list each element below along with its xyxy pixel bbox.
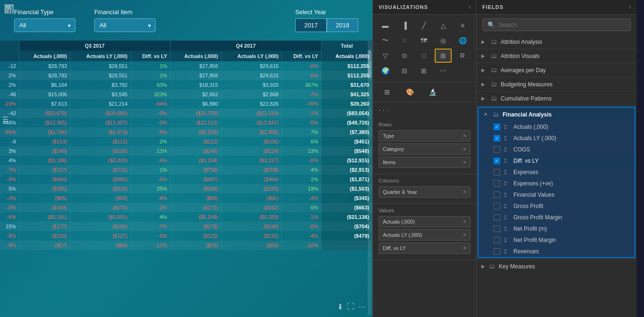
viz-line2-icon[interactable]: 〜	[377, 33, 394, 48]
scroll-thumb[interactable]	[368, 50, 372, 78]
field-checkbox-actuals-ly[interactable]	[494, 135, 500, 142]
field-item-net-profit-m[interactable]: Σ Net Profit (m)	[479, 223, 635, 234]
fields-panel-arrow[interactable]: ›	[629, 4, 631, 10]
viz-field-type: Type ×	[379, 130, 471, 142]
viz-bar-chart-icon[interactable]: ▬	[377, 18, 394, 33]
field-checkbox-expenses[interactable]	[494, 169, 500, 175]
scrollbar[interactable]	[368, 41, 372, 315]
field-item-cogs[interactable]: Σ COGS	[479, 144, 635, 155]
field-checkbox-revenues[interactable]	[494, 248, 500, 255]
viz-multi-row-icon[interactable]: ≡	[454, 18, 471, 33]
viz-r-icon[interactable]: R	[454, 49, 471, 63]
field-item-actuals-ly[interactable]: Σ Actuals LY (,000)	[479, 133, 635, 144]
viz-funnel-icon[interactable]: ▽	[377, 49, 394, 63]
field-group-financial-analysis-header[interactable]: ▼ 🗂 Financial Analysis	[479, 108, 635, 121]
viz-fields-tab[interactable]: ⊞	[377, 85, 397, 99]
cell-left-diff: -3%	[0, 193, 19, 203]
field-item-net-profit-margin[interactable]: Σ Net Profit Margin	[479, 234, 635, 246]
field-checkbox-diff-vs-ly[interactable]	[494, 158, 500, 164]
cell-left-diff: -46	[0, 90, 19, 99]
viz-area-chart-icon[interactable]: △	[435, 18, 452, 33]
field-checkbox-gross-profit-margin[interactable]	[494, 214, 500, 221]
viz-map-icon[interactable]: 🗺	[415, 33, 432, 48]
field-name-revenues: Revenues	[513, 248, 630, 255]
financial-item-select[interactable]: All COGS Revenues Net Profit	[94, 18, 156, 32]
viz-line-chart-icon[interactable]: ╱	[415, 18, 432, 33]
table-cell: ($20,705)	[170, 108, 221, 118]
table-cell: ($126)	[70, 146, 131, 156]
chart-icon: 📊	[4, 4, 14, 14]
field-checkbox-net-profit-m[interactable]	[494, 225, 500, 232]
field-sigma-revenues: Σ	[504, 249, 510, 254]
field-checkbox-financial-values[interactable]	[494, 192, 500, 198]
viz-tab-row: ⊞ 🎨 🔬	[373, 82, 476, 102]
field-item-revenues[interactable]: Σ Revenues	[479, 246, 635, 257]
field-item-financial-values[interactable]: Σ Financial Values	[479, 189, 635, 200]
field-group-financial-analysis: ▼ 🗂 Financial Analysis Σ Actuals (,000) …	[478, 107, 636, 258]
viz-donut-icon[interactable]: ◎	[435, 33, 452, 48]
table-cell: ($1,871)	[321, 175, 372, 184]
table-cell: -0%	[281, 118, 321, 127]
viz-field-type-text: Type	[383, 133, 394, 139]
fields-search-input[interactable]	[499, 22, 626, 28]
table-cell: $3,545	[70, 90, 131, 99]
viz-field-quarter: Quarter & Year ×	[379, 186, 471, 198]
viz-slicer-icon[interactable]: ⊟	[396, 64, 413, 78]
viz-column-chart-icon[interactable]: ▐	[396, 18, 413, 33]
field-checkbox-net-profit-margin[interactable]	[494, 237, 500, 243]
viz-more-icon[interactable]: ⋯	[435, 64, 452, 78]
table-cell: $18,315	[170, 80, 221, 90]
field-checkbox-actuals[interactable]	[494, 124, 500, 130]
viz-globe2-icon[interactable]: 🌍	[377, 64, 394, 78]
field-group-cumulative-header[interactable]: ▶ 🗂 Cumulative Patterns	[477, 92, 636, 105]
key-measures-row[interactable]: ▶ 🗂 Key Measures	[477, 259, 636, 273]
viz-field-items-remove[interactable]: ×	[463, 159, 466, 166]
viz-analytics-tab[interactable]: 🔬	[422, 85, 443, 99]
field-group-averages-header[interactable]: ▶ 🗂 Averages per Day	[477, 63, 636, 77]
viz-card-icon[interactable]: □	[415, 49, 432, 63]
field-checkbox-gross-profit[interactable]	[494, 203, 500, 209]
field-item-expenses-ve[interactable]: Σ Expenses (+ve)	[479, 178, 635, 189]
viz-field-diff-remove[interactable]: ×	[463, 245, 466, 251]
table-row: -7%($727)($716)1%($736)($708)4%($2,913)	[0, 165, 372, 175]
averages-name: Averages per Day	[501, 67, 632, 74]
viz-field-type-remove[interactable]: ×	[463, 133, 466, 139]
table-cell: ($20,685)	[70, 108, 131, 118]
field-group-attrition-analysis-header[interactable]: ▶ 🗂 Attrition Analysis	[477, 35, 636, 49]
field-item-actuals[interactable]: Σ Actuals (,000)	[479, 121, 635, 133]
expand-icon[interactable]: ⛶	[347, 302, 355, 311]
field-item-expenses[interactable]: Σ Expenses	[479, 167, 635, 178]
viz-scatter-icon[interactable]: ⁙	[396, 33, 413, 48]
field-item-gross-profit[interactable]: Σ Gross Profit	[479, 200, 635, 212]
table-cell: ($5,091)	[70, 212, 131, 222]
table-row: 15%($177)($192)-7%($178)($190)-6%($704)	[0, 222, 372, 231]
viz-matrix-icon[interactable]: ⊞	[435, 49, 452, 63]
viz-panel-arrow[interactable]: ›	[469, 4, 471, 10]
viz-gauge-icon[interactable]: ⊙	[396, 49, 413, 63]
table-row: -8%($460)($485)-5%($467)($464)1%($1,871)	[0, 175, 372, 184]
viz-filled-map-icon[interactable]: 🌐	[454, 33, 471, 48]
table-row: -42($20,679)($20,685)-0%($20,705)($21,01…	[0, 108, 372, 118]
table-cell: ($89)	[170, 193, 221, 203]
viz-field-actuals-ly-remove[interactable]: ×	[463, 232, 466, 238]
key-measures-expand-icon: ▶	[481, 264, 485, 269]
viz-field-quarter-remove[interactable]: ×	[463, 189, 466, 195]
field-group-budgeting-header[interactable]: ▶ 🗂 Budgeting Measures	[477, 77, 636, 91]
table-cell: -6%	[281, 222, 321, 231]
year-2018-button[interactable]: 2018	[327, 18, 358, 32]
viz-table-icon[interactable]: ⊞	[415, 64, 432, 78]
download-icon[interactable]: ⬇	[337, 302, 343, 311]
field-checkbox-cogs[interactable]	[494, 146, 500, 153]
viz-field-category-remove[interactable]: ×	[463, 146, 466, 152]
field-item-gross-profit-margin[interactable]: Σ Gross Profit Margin	[479, 212, 635, 223]
viz-field-actuals-remove[interactable]: ×	[463, 218, 466, 225]
financial-type-select[interactable]: All Revenue Cost	[14, 18, 75, 32]
field-item-diff-vs-ly[interactable]: Σ Diff. vs LY	[479, 155, 635, 167]
year-2017-button[interactable]: 2017	[295, 18, 327, 32]
focus-icon[interactable]: ⋯	[358, 302, 366, 311]
financial-analysis-name: Financial Analysis	[503, 111, 630, 118]
field-checkbox-expenses-ve[interactable]	[494, 180, 500, 187]
table-row: -65%($1,796)($1,973)-9%($2,039)($1,905)7…	[0, 127, 372, 137]
viz-format-tab[interactable]: 🎨	[399, 85, 420, 99]
field-group-attrition-visuals-header[interactable]: ▶ 🗂 Attrition Visuals	[477, 49, 636, 63]
